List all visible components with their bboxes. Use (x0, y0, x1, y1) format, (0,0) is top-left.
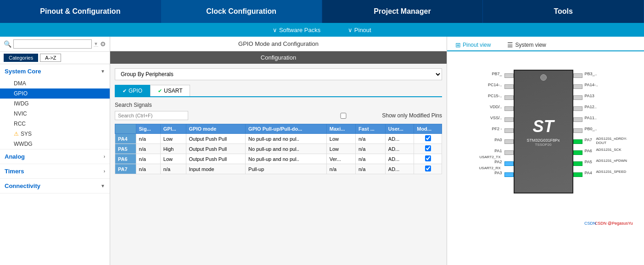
sidebar-item-nvic[interactable]: NVIC (0, 109, 110, 119)
col-max[interactable]: Maxi... (326, 124, 355, 134)
pin-pa14-label: PA14-.. (585, 83, 598, 87)
gear-icon[interactable]: ⚙ (100, 40, 106, 48)
tab-system-view[interactable]: ☰ System view (504, 39, 549, 51)
pin-pa12-box (573, 106, 582, 111)
cell-pullup: No pull-up and no pul.. (246, 134, 327, 144)
col-signal[interactable]: Sig... (136, 124, 160, 134)
tab-pinout-view[interactable]: ⊞ Pinout view (452, 39, 494, 51)
nav-tools[interactable]: Tools (483, 0, 644, 23)
cell-mod[interactable] (414, 164, 442, 174)
chip-diagram: ST STM32G031F8Px TSSOP20 PB7_ PC14-.. PC… (459, 61, 633, 226)
sidebar-item-wwdg[interactable]: WWDG (0, 139, 110, 149)
tab-az[interactable]: A->Z (40, 54, 61, 62)
cell-pin: PA4 (115, 134, 136, 144)
pin-pb7-box (504, 73, 514, 78)
col-user[interactable]: User... (385, 124, 414, 134)
cell-mod[interactable] (414, 154, 442, 164)
cell-signal: n/a (136, 134, 160, 144)
cell-pullup: No pull-up and no pul.. (246, 144, 327, 154)
pin-pb7-label: PB7_ (459, 72, 502, 76)
show-modified-checkbox-label: Show only Modified Pins (307, 112, 442, 119)
cell-fast: n/a (355, 154, 385, 164)
col-pin-name[interactable] (115, 124, 136, 134)
section-timers-header[interactable]: Timers › (0, 164, 110, 178)
cell-user: AD... (385, 134, 414, 144)
nav-project[interactable]: Project Manager (322, 0, 483, 23)
watermark: CSDN @PegasusYu (595, 221, 633, 226)
pin-pa2-label: PA2 (459, 160, 502, 164)
pin-pa1-label: PA1 (459, 149, 502, 153)
cell-user: AD... (385, 164, 414, 174)
cell-mode: Output Push Pull (186, 144, 246, 154)
section-timers: Timers › (0, 164, 110, 179)
pinout-nav[interactable]: ∨ Pinout (348, 27, 371, 33)
chevron-down-icon-connectivity: ▼ (101, 183, 105, 188)
tab-categories[interactable]: Categories (4, 54, 38, 62)
tab-gpio[interactable]: ✔ GPIO (115, 85, 150, 96)
pin-vdd-label: VDD/.. (459, 105, 502, 109)
cell-gpio: High (160, 144, 186, 154)
pin-pc14-label: PC14-.. (459, 83, 502, 87)
cell-gpio: n/a (160, 164, 186, 174)
pa6-signal: ADS1231_SCK (596, 148, 622, 152)
col-gpio-level[interactable]: GPI... (160, 124, 186, 134)
group-by-select[interactable]: Group By Peripherals (115, 68, 442, 80)
col-pullup[interactable]: GPIO Pull-up/Pull-do... (246, 124, 327, 134)
col-mod[interactable]: Mod... (414, 124, 442, 134)
section-connectivity-header[interactable]: Connectivity ▼ (0, 179, 110, 193)
cell-mode: Output Push Pull (186, 154, 246, 164)
cell-user: AD... (385, 144, 414, 154)
cell-mod[interactable] (414, 134, 442, 144)
cell-signal: n/a (136, 144, 160, 154)
chevron-right-icon-timers: › (104, 169, 105, 174)
table-row[interactable]: PA7 n/a n/a Input mode Pull-up n/a n/a A… (115, 164, 442, 174)
nav-clock[interactable]: Clock Configuration (161, 0, 322, 23)
pin-pa4-label: PA4 (585, 171, 592, 175)
chip-view: ST STM32G031F8Px TSSOP20 PB7_ PC14-.. PC… (447, 51, 644, 265)
sidebar-item-gpio[interactable]: GPIO (0, 88, 110, 99)
cell-mode: Input mode (186, 164, 246, 174)
pin-pa6-box (573, 150, 582, 155)
cell-mod[interactable] (414, 144, 442, 154)
pin-pa0-label: PA0 (459, 138, 502, 142)
tab-usart[interactable]: ✔ USART (150, 85, 190, 96)
cell-gpio: Low (160, 154, 186, 164)
table-row[interactable]: PA4 n/a Low Output Push Pull No pull-up … (115, 134, 442, 144)
sidebar-item-rcc[interactable]: RCC (0, 119, 110, 129)
pin-pb0-label: PB0_.. (585, 127, 597, 131)
table-row[interactable]: PA5 n/a High Output Push Pull No pull-up… (115, 144, 442, 154)
cell-user: AD... (385, 154, 414, 164)
sidebar-tab-bar: Categories A->Z (0, 52, 110, 64)
pin-pa5-box (573, 161, 582, 166)
main-content: GPIO Mode and Configuration Configuratio… (110, 37, 447, 265)
cell-mode: Output Push Pull (186, 134, 246, 144)
col-fast[interactable]: Fast ... (355, 124, 385, 134)
sidebar-item-dma[interactable]: DMA (0, 78, 110, 88)
table-row[interactable]: PA6 n/a Low Output Push Pull No pull-up … (115, 154, 442, 164)
cell-pullup: Pull-up (246, 164, 327, 174)
pin-pa12-label: PA12.. (585, 105, 597, 109)
search-input[interactable] (13, 39, 92, 49)
sidebar-item-sys[interactable]: ⚠ SYS (0, 129, 110, 139)
software-packs-nav[interactable]: ∨ Software Packs (273, 27, 320, 33)
pin-pb0-box (573, 128, 582, 133)
pin-pa3-box (504, 172, 514, 177)
pin-pa7-label: PA7 (585, 138, 592, 142)
signals-header: Search Signals (115, 102, 442, 108)
cell-fast: n/a (355, 144, 385, 154)
content-title: GPIO Mode and Configuration (110, 37, 447, 51)
cell-fast: n/a (355, 134, 385, 144)
signal-search-input[interactable] (115, 111, 188, 120)
section-system-core-header[interactable]: System Core ▼ (0, 64, 110, 78)
config-tab-bar: ✔ GPIO ✔ USART (115, 85, 442, 97)
check-circle-gpio: ✔ (123, 88, 127, 94)
col-gpio-mode[interactable]: GPIO mode (186, 124, 246, 134)
chip-package: TSSOP20 (535, 143, 551, 147)
pin-pa3-label: PA3 (459, 171, 502, 175)
show-modified-checkbox[interactable] (307, 113, 380, 119)
sidebar-item-iwdg[interactable]: IWDG (0, 99, 110, 109)
usart2-tx-label: USART2_TX (459, 155, 501, 159)
nav-pinout[interactable]: Pinout & Configuration (0, 0, 161, 23)
section-analog-header[interactable]: Analog › (0, 149, 110, 164)
csdn-label: CSDN (584, 221, 596, 226)
